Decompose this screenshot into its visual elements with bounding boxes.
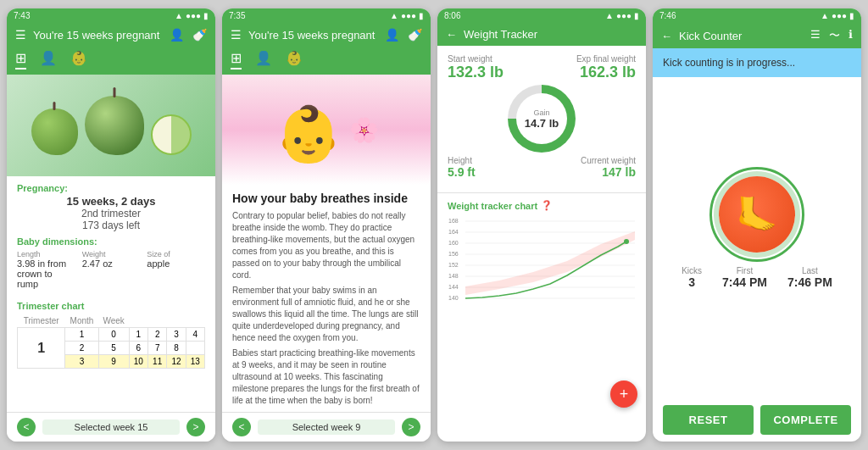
footprint-icon: 🦶	[736, 195, 778, 235]
weight-row-2: Height 5.9 ft Current weight 147 lb	[448, 156, 636, 179]
gain-val: 14.7 lb	[525, 117, 559, 130]
first-stat: First 7:44 PM	[722, 266, 767, 289]
kicks-label: Kicks	[682, 266, 702, 275]
current-weight-field: Current weight 147 lb	[542, 156, 636, 179]
back-icon-4[interactable]: ←	[661, 30, 672, 42]
svg-text:148: 148	[448, 273, 459, 279]
battery-icon: ▮	[203, 11, 209, 20]
list-icon[interactable]: ☰	[810, 28, 821, 43]
info-icon[interactable]: ℹ	[849, 28, 853, 43]
kick-banner: Kick counting is in progress...	[653, 48, 861, 77]
fab-button[interactable]: +	[610, 381, 637, 408]
baby-dimensions-label: Baby dimensions:	[17, 236, 205, 247]
menu-icon[interactable]: ☰	[15, 28, 26, 42]
chart-title: Trimester chart	[17, 301, 205, 311]
svg-text:164: 164	[448, 229, 459, 235]
days-left: 173 days left	[17, 219, 205, 231]
kick-title: Kick Counter	[679, 30, 742, 42]
article-content: How your baby breathes inside Contrary t…	[222, 185, 431, 412]
nav-tabs-1: ⊞ 👤 👶	[7, 47, 215, 75]
size-dim: Size of apple	[147, 250, 205, 289]
article-image: 👶 🌸	[222, 75, 431, 185]
tab-person-2[interactable]: 👤	[255, 50, 272, 69]
svg-text:144: 144	[448, 284, 459, 290]
tab-baby2[interactable]: 👶	[70, 50, 87, 69]
svg-point-16	[624, 239, 629, 244]
kick-stats: Kicks 3 First 7:44 PM Last 7:46 PM	[682, 266, 832, 289]
next-button-2[interactable]: >	[402, 418, 420, 436]
baby-icon-2[interactable]: 🍼	[408, 28, 422, 42]
next-button-1[interactable]: >	[186, 418, 205, 436]
reset-button[interactable]: RESET	[663, 405, 754, 435]
wifi-icon-2: ▲	[390, 11, 398, 20]
screen-weight: 8:06 ▲ ●●● ▮ ← Weight Tracker Start weig…	[437, 8, 646, 442]
screen-content-2: 👶 🌸 How your baby breathes inside Contra…	[222, 75, 431, 412]
fruit-image	[7, 75, 215, 176]
height-label: Height	[448, 156, 542, 165]
tab-grid-2[interactable]: ⊞	[231, 50, 242, 69]
trimester-chart: Trimester chart Trimester Month Week	[7, 296, 215, 374]
gain-label: Gain	[533, 108, 549, 117]
time-2: 7:35	[229, 11, 245, 20]
status-icons-1: ▲ ●●● ▮	[175, 11, 209, 20]
gauge-inner: Gain 14.7 lb	[516, 93, 567, 144]
baby-icon[interactable]: 🍼	[192, 28, 207, 42]
person-icon[interactable]: 👤	[170, 28, 184, 42]
chart-svg: 168 164 160 156 152 148 144 140	[448, 214, 636, 308]
kick-buttons: RESET COMPLETE	[653, 398, 861, 442]
length-val: 3.98 in from crown to rump	[17, 258, 75, 289]
status-bar-3: 8:06 ▲ ●●● ▮	[437, 8, 646, 23]
pregnancy-info: Pregnancy: 15 weeks, 2 days 2nd trimeste…	[7, 176, 215, 296]
status-icons-3: ▲ ●●● ▮	[605, 11, 639, 20]
baby-dimensions: Length 3.98 in from crown to rump Weight…	[17, 250, 205, 289]
signal-icon: ●●●	[186, 11, 201, 20]
start-weight-val: 132.3 lb	[448, 64, 542, 81]
status-icons-4: ▲ ●●● ▮	[821, 11, 854, 20]
help-icon[interactable]: ❓	[541, 200, 553, 211]
wifi-icon-3: ▲	[605, 11, 614, 20]
graph-icon[interactable]: 〜	[829, 28, 840, 43]
prev-button-2[interactable]: <	[232, 418, 251, 436]
svg-text:168: 168	[448, 218, 459, 224]
complete-button[interactable]: COMPLETE	[760, 405, 851, 435]
svg-text:156: 156	[448, 251, 459, 257]
menu-icon-2[interactable]: ☰	[231, 28, 242, 42]
bottom-nav-1: < Selected week 15 >	[7, 412, 215, 442]
header-title-1: You're 15 weeks pregnant	[33, 29, 163, 42]
tab-grid[interactable]: ⊞	[15, 50, 26, 69]
tab-baby-2[interactable]: 👶	[286, 50, 303, 69]
weight-label: Weight	[82, 250, 141, 258]
article-p1: Contrary to popular belief, babies do no…	[232, 210, 420, 281]
height-val: 5.9 ft	[448, 165, 542, 179]
prev-button-1[interactable]: <	[17, 418, 36, 436]
screen-kick: 7:46 ▲ ●●● ▮ ← Kick Counter ☰ 〜 ℹ Kick c…	[653, 8, 861, 442]
back-icon-3[interactable]: ←	[446, 28, 457, 41]
table-row: 1 101234	[18, 328, 205, 342]
svg-text:152: 152	[448, 262, 459, 268]
exp-weight-val: 162.3 lb	[542, 64, 636, 81]
screen-article: 7:35 ▲ ●●● ▮ ☰ You're 15 weeks pregnant …	[222, 8, 431, 442]
size-val: apple	[147, 258, 205, 269]
kick-header-icons: ☰ 〜 ℹ	[810, 28, 853, 43]
last-val: 7:46 PM	[787, 275, 832, 289]
chart-table: Trimester Month Week 1 101234	[17, 314, 205, 369]
weeks-display: 15 weeks, 2 days	[17, 195, 205, 208]
kicks-stat: Kicks 3	[682, 266, 702, 289]
time-3: 8:06	[444, 11, 460, 20]
person-icon-2[interactable]: 👤	[385, 28, 399, 42]
kick-foot-button[interactable]: 🦶	[719, 176, 795, 253]
signal-icon-3: ●●●	[616, 11, 632, 20]
current-weight-val: 147 lb	[542, 165, 636, 179]
selected-week-2: Selected week 9	[258, 419, 395, 435]
article-p2: Remember that your baby swims in an envi…	[232, 285, 420, 344]
size-label: Size of	[147, 250, 205, 258]
header-icons-2: 👤 🍼	[385, 28, 422, 42]
status-bar-1: 7:43 ▲ ●●● ▮	[7, 8, 215, 23]
kick-main: 🦶 Kicks 3 First 7:44 PM Last 7:46 PM	[653, 77, 861, 398]
tab-person[interactable]: 👤	[40, 50, 57, 69]
weight-gauge: Gain 14.7 lb	[448, 85, 636, 153]
col-week: Week	[98, 314, 129, 328]
col-trimester: Trimester	[18, 314, 65, 328]
start-weight-field: Start weight 132.3 lb	[448, 54, 542, 81]
first-label: First	[722, 266, 767, 275]
